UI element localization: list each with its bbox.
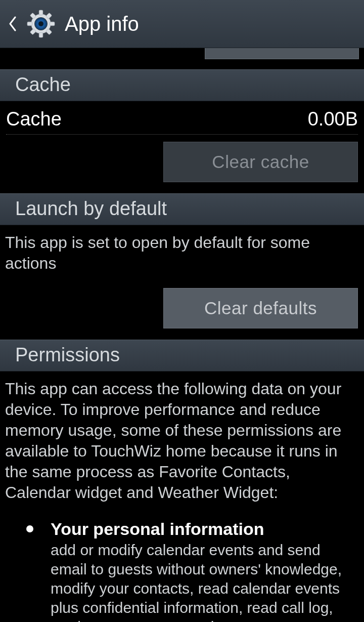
launch-description: This app is set to open by default for s…: [0, 225, 364, 281]
cache-label: Cache: [6, 108, 62, 130]
svg-rect-1: [39, 10, 43, 15]
section-header-cache: Cache: [0, 69, 364, 101]
permission-item: Your personal information add or modify …: [6, 513, 358, 622]
page-title: App info: [65, 13, 139, 35]
permissions-list: Your personal information add or modify …: [0, 510, 364, 622]
chevron-left-icon: [8, 16, 17, 31]
clear-defaults-button[interactable]: Clear defaults: [163, 288, 358, 328]
clear-defaults-row: Clear defaults: [0, 281, 364, 340]
scrolled-off-button-stub: [0, 48, 364, 69]
svg-point-10: [38, 21, 43, 26]
title-bar: App info: [0, 0, 364, 48]
cache-size-row: Cache 0.00B: [0, 101, 364, 132]
clear-cache-row: Clear cache: [0, 135, 364, 193]
svg-rect-4: [50, 22, 55, 26]
permission-detail: add or modify calendar events and send e…: [51, 541, 358, 622]
settings-icon: [26, 9, 56, 38]
cache-value: 0.00B: [308, 108, 358, 130]
section-header-launch: Launch by default: [0, 193, 364, 225]
permission-title: Your personal information: [51, 518, 358, 540]
back-button[interactable]: [6, 14, 19, 34]
permissions-description: This app can access the following data o…: [0, 371, 364, 510]
svg-rect-2: [39, 32, 43, 37]
bullet-icon: [26, 525, 33, 532]
section-header-permissions: Permissions: [0, 340, 364, 371]
clear-cache-button[interactable]: Clear cache: [163, 142, 358, 182]
svg-rect-3: [27, 22, 32, 26]
